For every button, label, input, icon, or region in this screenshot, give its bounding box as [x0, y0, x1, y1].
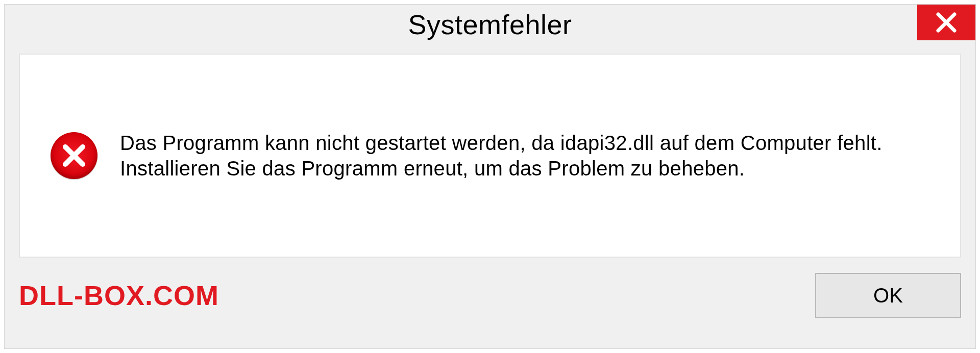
dialog-content: Das Programm kann nicht gestartet werden…	[19, 54, 961, 258]
dialog-footer: DLL-BOX.COM OK	[19, 273, 961, 318]
titlebar: Systemfehler	[5, 5, 975, 49]
close-button[interactable]	[917, 5, 975, 40]
ok-button[interactable]: OK	[815, 273, 961, 318]
dialog-title: Systemfehler	[408, 9, 572, 40]
error-icon	[51, 132, 97, 179]
ok-button-label: OK	[873, 284, 903, 307]
watermark-text: DLL-BOX.COM	[19, 280, 219, 311]
error-dialog: Systemfehler Das Programm kann nicht ges…	[4, 4, 976, 349]
error-message: Das Programm kann nicht gestartet werden…	[120, 130, 929, 181]
close-icon	[935, 11, 958, 34]
